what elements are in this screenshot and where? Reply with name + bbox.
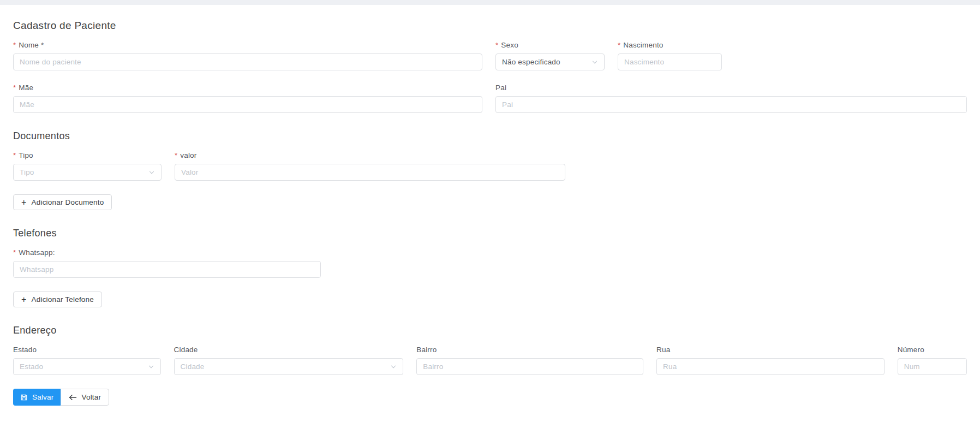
cidade-placeholder: Cidade [181,362,205,371]
section-title-documentos: Documentos [13,130,967,142]
save-button[interactable]: Salvar [13,389,61,406]
sexo-selected-value: Não especificado [502,58,560,66]
required-asterisk: * [13,84,16,92]
chevron-down-icon [591,59,598,66]
field-rua: Rua [656,346,885,375]
row-mae-pai: *Mãe Pai [13,84,967,113]
page-title: Cadastro de Paciente [13,20,967,32]
section-title-endereco: Endereço [13,325,967,336]
whatsapp-input[interactable] [13,261,321,278]
chevron-down-icon [148,364,154,370]
field-numero: Número [898,346,967,375]
mae-label: *Mãe [13,84,482,92]
field-mae: *Mãe [13,84,482,113]
sexo-select[interactable]: Não especificado [495,53,605,70]
tipo-select[interactable]: Tipo [13,164,162,181]
field-sexo: *Sexo Não especificado [495,41,605,70]
nascimento-label: *Nascimento [618,41,722,49]
telefones-actions: + Adicionar Telefone [13,292,967,307]
valor-input[interactable] [175,164,565,181]
add-document-label: Adicionar Documento [32,198,104,206]
rua-input[interactable] [656,358,885,375]
nome-label: *Nome * [13,41,482,49]
add-document-button[interactable]: + Adicionar Documento [13,194,112,210]
required-asterisk: * [495,41,498,49]
cidade-select[interactable]: Cidade [174,358,404,375]
required-asterisk: * [13,151,16,159]
estado-placeholder: Estado [20,362,43,371]
field-whatsapp: *Whatsapp: [13,248,321,278]
field-nascimento: *Nascimento [618,41,722,70]
pai-input[interactable] [495,96,967,113]
field-cidade: Cidade Cidade [174,346,404,375]
section-title-telefones: Telefones [13,228,967,239]
chevron-down-icon [148,169,155,176]
plus-icon: + [21,295,27,304]
required-asterisk: * [13,248,16,257]
field-valor: *valor [175,151,565,181]
numero-label: Número [898,346,967,354]
mae-input[interactable] [13,96,482,113]
patient-form: Cadastro de Paciente *Nome * *Sexo Não e… [0,20,980,406]
add-phone-button[interactable]: + Adicionar Telefone [13,292,102,307]
save-icon [20,394,28,401]
field-nome: *Nome * [13,41,482,70]
whatsapp-label: *Whatsapp: [13,248,321,257]
row-tipo-valor: *Tipo Tipo *valor [13,151,967,181]
form-actions: Salvar Voltar [13,389,967,406]
row-nome-sexo-nascimento: *Nome * *Sexo Não especificado *Nascimen… [13,41,967,70]
required-asterisk: * [175,151,177,159]
sexo-label: *Sexo [495,41,605,49]
bairro-input[interactable] [416,358,643,375]
required-asterisk: * [13,41,16,49]
tipo-label: *Tipo [13,151,162,159]
estado-label: Estado [13,346,161,354]
documentos-actions: + Adicionar Documento [13,194,967,210]
add-phone-label: Adicionar Telefone [32,295,94,304]
save-label: Salvar [32,393,53,401]
field-pai: Pai [495,84,967,113]
cidade-label: Cidade [174,346,404,354]
tipo-placeholder: Tipo [20,168,34,176]
back-label: Voltar [81,393,101,401]
row-whatsapp: *Whatsapp: [13,248,967,278]
top-strip [0,0,980,5]
back-button[interactable]: Voltar [61,389,109,406]
rua-label: Rua [656,346,885,354]
field-tipo: *Tipo Tipo [13,151,162,181]
pai-label: Pai [495,84,967,92]
arrow-left-icon [69,394,77,401]
field-estado: Estado Estado [13,346,161,375]
row-endereco: Estado Estado Cidade Cidade Bair [13,346,967,375]
nome-input[interactable] [13,53,482,70]
numero-input[interactable] [898,358,967,375]
bairro-label: Bairro [416,346,643,354]
valor-label: *valor [175,151,565,159]
chevron-down-icon [390,364,397,370]
field-bairro: Bairro [416,346,643,375]
estado-select[interactable]: Estado [13,358,161,375]
required-asterisk: * [618,41,620,49]
plus-icon: + [21,198,27,207]
nascimento-input[interactable] [618,53,722,70]
